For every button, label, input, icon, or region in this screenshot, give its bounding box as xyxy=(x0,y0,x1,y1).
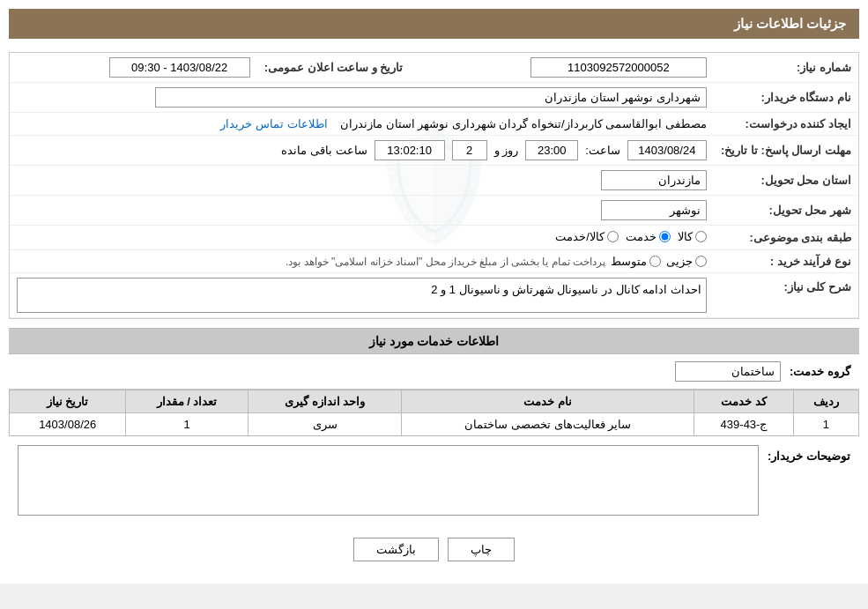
shomara-input: 1103092572000052 xyxy=(530,57,707,78)
radio-khedmat-input[interactable] xyxy=(659,231,671,242)
mohlet-label: مهلت ارسال پاسخ: تا تاریخ: xyxy=(714,136,858,166)
group-label: گروه خدمت: xyxy=(790,365,850,378)
date-input: 1403/08/24 xyxy=(627,140,707,160)
roz-label: روز و xyxy=(494,144,519,157)
shomara-label: شماره نیاز: xyxy=(714,53,858,83)
cell-tedad: 1 xyxy=(126,413,248,436)
tozihat-row: توضیحات خریدار: xyxy=(9,436,859,524)
sharh-label: شرح کلی نیاز: xyxy=(714,273,858,318)
tozihat-label: توضیحات خریدار: xyxy=(768,445,850,463)
col-name: نام خدمت xyxy=(402,390,694,413)
services-info-header: اطلاعات خدمات مورد نیاز xyxy=(9,328,859,354)
row-shomara: شماره نیاز: 1103092572000052 تاریخ و ساع… xyxy=(10,53,858,83)
data-table-section: ردیف کد خدمت نام خدمت واحد اندازه گیری ت… xyxy=(9,390,859,436)
sharh-box: احداث ادامه کانال در ناسیونال شهرتاش و ن… xyxy=(17,278,707,313)
tabaqe-radio-group: کالا خدمت کالا/خدمت xyxy=(555,230,707,243)
cell-tarikh: 1403/08/26 xyxy=(10,413,126,436)
back-button[interactable]: بازگشت xyxy=(353,538,439,561)
services-table: ردیف کد خدمت نام خدمت واحد اندازه گیری ت… xyxy=(9,390,859,436)
time-label: ساعت: xyxy=(585,144,620,157)
radio-motevaset-input[interactable] xyxy=(649,256,661,267)
page-header: جزئیات اطلاعات نیاز xyxy=(9,9,859,39)
ostan-input: مازندران xyxy=(601,170,707,190)
sharh-value: احداث ادامه کانال در ناسیونال شهرتاش و ن… xyxy=(10,273,714,318)
farayand-note: پرداخت تمام یا بخشی از مبلغ خریداز محل "… xyxy=(286,256,605,268)
radio-kala-input[interactable] xyxy=(695,231,707,242)
col-tedad: تعداد / مقدار xyxy=(126,390,248,413)
info-table: شماره نیاز: 1103092572000052 تاریخ و ساع… xyxy=(10,53,858,318)
row-sharh: شرح کلی نیاز: احداث ادامه کانال در ناسیو… xyxy=(10,273,858,318)
radio-kala-khedmat-input[interactable] xyxy=(607,231,619,242)
mohlet-value: 1403/08/24 ساعت: 23:00 روز و 2 13:02:10 … xyxy=(10,136,714,166)
radio-kala-khedmat-label: کالا/خدمت xyxy=(555,230,605,243)
table-head: ردیف کد خدمت نام خدمت واحد اندازه گیری ت… xyxy=(10,390,859,413)
radio-jozi-label: جزیی xyxy=(666,255,693,268)
tozihat-input[interactable] xyxy=(18,445,759,516)
farayand-label: نوع فرآیند خرید : xyxy=(714,250,858,273)
tarikh-aalan-input: 1403/08/22 - 09:30 xyxy=(109,57,250,78)
cell-kod: ج-43-439 xyxy=(694,413,794,436)
row-farayand: نوع فرآیند خرید : جزیی متوسط پرداخت xyxy=(10,250,858,273)
baghimande-input: 13:02:10 xyxy=(375,140,445,160)
cell-radif: 1 xyxy=(793,413,858,436)
shahr-input: نوشهر xyxy=(601,200,707,220)
ejad-label: ایجاد کننده درخواست: xyxy=(714,113,858,136)
radio-khedmat-label: خدمت xyxy=(626,230,657,243)
radio-motevaset-label: متوسط xyxy=(611,255,647,268)
shomara-value: 1103092572000052 xyxy=(410,53,713,83)
tarikh-aalan-label: تاریخ و ساعت اعلان عمومی: xyxy=(257,53,411,83)
ostan-value: مازندران xyxy=(10,166,714,196)
date-time-row: 1403/08/24 ساعت: 23:00 روز و 2 13:02:10 … xyxy=(17,140,707,160)
dasgah-input: شهرداری نوشهر استان مازندران xyxy=(155,87,707,108)
main-info-section: 🛡️ شماره نیاز: 1103092572000052 تاریخ و … xyxy=(9,52,859,319)
radio-kala: کالا xyxy=(678,230,707,243)
cell-vahed: سری xyxy=(248,413,402,436)
row-tabaqe: طبقه بندی موضوعی: کالا خدمت xyxy=(10,226,858,250)
group-row: گروه خدمت: ساختمان xyxy=(9,354,859,390)
radio-jozi-input[interactable] xyxy=(695,256,707,267)
row-shahr: شهر محل تحویل: نوشهر xyxy=(10,196,858,226)
page-container: جزئیات اطلاعات نیاز 🛡️ شماره نیاز: 11030… xyxy=(0,0,868,583)
dasgah-value: شهرداری نوشهر استان مازندران xyxy=(10,83,714,113)
print-button[interactable]: چاپ xyxy=(448,538,515,561)
radio-khedmat: خدمت xyxy=(626,230,671,243)
time-input: 23:00 xyxy=(525,140,578,160)
tabaqe-label: طبقه بندی موضوعی: xyxy=(714,226,858,250)
tabaqe-value: کالا خدمت کالا/خدمت xyxy=(10,226,714,250)
row-mohlet: مهلت ارسال پاسخ: تا تاریخ: 1403/08/24 سا… xyxy=(10,136,858,166)
farayand-row: جزیی متوسط پرداخت تمام یا بخشی از مبلغ خ… xyxy=(17,255,707,268)
col-tarikh: تاریخ نیاز xyxy=(10,390,126,413)
roz-input: 2 xyxy=(452,140,487,160)
dasgah-label: نام دستگاه خریدار: xyxy=(714,83,858,113)
group-input: ساختمان xyxy=(675,361,781,382)
col-vahed: واحد اندازه گیری xyxy=(248,390,402,413)
row-ostan: استان محل تحویل: مازندران xyxy=(10,166,858,196)
ettelaat-link[interactable]: اطلاعات تماس خریدار xyxy=(220,117,327,130)
tarikh-aalan-value: 1403/08/22 - 09:30 xyxy=(10,53,257,83)
ejad-value: مصطفی ابوالقاسمی کاربرداز/تنخواه گردان ش… xyxy=(10,113,714,136)
radio-motevaset: متوسط xyxy=(611,255,661,268)
page-title: جزئیات اطلاعات نیاز xyxy=(734,16,846,31)
farayand-value: جزیی متوسط پرداخت تمام یا بخشی از مبلغ خ… xyxy=(10,250,714,273)
cell-name: سایر فعالیت‌های تخصصی ساختمان xyxy=(402,413,694,436)
table-body: 1ج-43-439سایر فعالیت‌های تخصصی ساختمانسر… xyxy=(10,413,859,436)
row-ejad: ایجاد کننده درخواست: مصطفی ابوالقاسمی کا… xyxy=(10,113,858,136)
radio-kala-khedmat: کالا/خدمت xyxy=(555,230,619,243)
radio-kala-label: کالا xyxy=(678,230,693,243)
shahr-label: شهر محل تحویل: xyxy=(714,196,858,226)
col-radif: ردیف xyxy=(793,390,858,413)
buttons-row: چاپ بازگشت xyxy=(9,524,859,575)
col-kod: کد خدمت xyxy=(694,390,794,413)
radio-jozi: جزیی xyxy=(666,255,707,268)
ejad-text: مصطفی ابوالقاسمی کاربرداز/تنخواه گردان ش… xyxy=(340,117,707,130)
baghimande-label: ساعت باقی مانده xyxy=(281,144,367,157)
table-header-row: ردیف کد خدمت نام خدمت واحد اندازه گیری ت… xyxy=(10,390,859,413)
ostan-label: استان محل تحویل: xyxy=(714,166,858,196)
shahr-value: نوشهر xyxy=(10,196,714,226)
table-row: 1ج-43-439سایر فعالیت‌های تخصصی ساختمانسر… xyxy=(10,413,859,436)
row-dasgah: نام دستگاه خریدار: شهرداری نوشهر استان م… xyxy=(10,83,858,113)
